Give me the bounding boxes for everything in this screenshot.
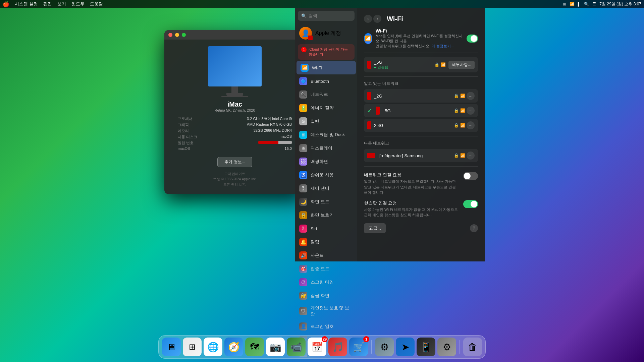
search-bar[interactable]: 🔍 검색 <box>298 11 355 21</box>
sidebar-item-sound[interactable]: 🔊 사운드 <box>295 249 357 262</box>
dock-item-calendar[interactable]: 📅 29 <box>308 338 326 356</box>
icloud-alert-text: iCloud 저장 공간이 가득 찼습니다. <box>309 47 351 57</box>
sidebar-item-focus[interactable]: 🎯 집중 모드 <box>295 262 357 276</box>
wifi-signal-icon: 📶 <box>441 62 446 67</box>
current-network-item[interactable]: _5G ● 연결됨 🔒 📶 세부사항... <box>364 57 478 72</box>
known-network-2-color <box>376 107 380 115</box>
settings-section: 네트워크 연결 요청 알고 있는 네트워크에 자동으로 연결합니다. 사용 가능… <box>364 172 478 218</box>
sidebar-item-login[interactable]: 👤 로그인 암호 <box>295 320 357 333</box>
detail-button[interactable]: 세부사항... <box>448 61 475 69</box>
sidebar-item-wallpaper[interactable]: 🖼 배경화면 <box>295 155 357 168</box>
syspref-icon: ⚙ <box>380 342 389 353</box>
apple-logo[interactable]: 🍎 <box>3 1 9 7</box>
photos-icon: 📷 <box>270 342 281 353</box>
sidebar-item-screenprot[interactable]: 🔒 화면 보호기 <box>295 208 357 222</box>
wifi-toggle[interactable] <box>467 35 478 43</box>
sidebar-item-bluetooth[interactable]: 🔷 Bluetooth <box>295 74 357 88</box>
wifi-link[interactable]: 이 설정보기... <box>431 44 454 48</box>
hotspot-label: 핫스팟 연결 요청 <box>364 200 459 206</box>
known-network-1[interactable]: _2G 🔒 📶 ··· <box>364 89 478 103</box>
sound-icon: 🔊 <box>299 251 307 259</box>
sidebar-item-general[interactable]: ⚙ 일반 <box>295 115 357 128</box>
sidebar-label-privacy: 개인정보 보호 및 보안 <box>311 305 353 317</box>
sidebar: 🔍 검색 👤 Apple 계정 1 iCloud 저장 공간이 가득 찼습니다.… <box>295 8 357 261</box>
green-dot-icon: ● <box>374 65 376 69</box>
hotspot-toggle[interactable] <box>463 200 478 208</box>
sidebar-item-wifi[interactable]: 📶 Wi-Fi <box>297 61 356 74</box>
imac-model-title: iMac <box>171 101 299 108</box>
dock-item-photos[interactable]: 📷 <box>266 338 285 356</box>
more-btn-3[interactable]: ··· <box>467 121 475 129</box>
update-link[interactable]: 고객 업데이트 <box>171 171 299 177</box>
facetime-icon: 📹 <box>290 342 302 353</box>
screentime-icon: ⏱ <box>299 278 307 286</box>
dock-item-chrome[interactable]: 🌐 <box>204 338 222 356</box>
nav-forward-button[interactable]: › <box>373 15 381 23</box>
sidebar-profile[interactable]: 👤 Apple 계정 <box>295 23 357 43</box>
sidebar-item-control[interactable]: 🎛 제어 센터 <box>295 182 357 195</box>
checkmark-icon: ✓ <box>367 108 372 114</box>
wallpaper-icon: 🖼 <box>299 158 307 166</box>
more-btn-1[interactable]: ··· <box>467 92 475 100</box>
icloud-alert[interactable]: 1 iCloud 저장 공간이 가득 찼습니다. <box>298 44 355 60</box>
dock-item-syspref2[interactable]: ⚙ <box>437 338 456 356</box>
dock-item-launchpad[interactable]: ⊞ <box>183 338 202 356</box>
sidebar-item-display[interactable]: 🖱 디스플레이 <box>295 141 357 155</box>
dock-item-arrow[interactable]: ➤ <box>396 338 415 356</box>
menubar-right: ⊞ 📶 ▌ 🔍 ☰ 7월 29일 (월) 오후 3:07 <box>563 1 641 7</box>
memory-value: 32GB 2666 MHz DDR4 <box>254 128 292 133</box>
dock-item-facetime[interactable]: 📹 <box>287 338 306 356</box>
menu-view[interactable]: 보기 <box>57 1 66 7</box>
dock-item-music[interactable]: 🎵 <box>328 338 347 356</box>
divider-3 <box>364 136 478 136</box>
wifi-menubar-icon[interactable]: 📶 <box>570 2 575 6</box>
close-button[interactable] <box>168 33 172 37</box>
desktop-icon: 🖥 <box>299 131 307 139</box>
menu-edit[interactable]: 편집 <box>43 1 52 7</box>
menu-help[interactable]: 도움말 <box>90 1 103 7</box>
advanced-button[interactable]: 고급... <box>364 223 386 233</box>
music-icon: 🎵 <box>332 342 344 353</box>
dock-item-appstore[interactable]: 🛒 1 <box>349 338 368 356</box>
sidebar-item-screenmode[interactable]: 🌙 화면 모드 <box>295 195 357 208</box>
dock-item-phone[interactable]: 📱 <box>417 338 435 356</box>
dock-item-maps[interactable]: 🗺 <box>245 338 264 356</box>
sidebar-item-energy[interactable]: 🔋 에너지 절약 <box>295 101 357 115</box>
sidebar-item-network[interactable]: 🔌 네트워크 <box>295 88 357 101</box>
menu-window[interactable]: 윈도우 <box>71 1 85 7</box>
more-btn-2[interactable]: ··· <box>467 107 475 115</box>
sidebar-item-alert[interactable]: 🔔 알림 <box>295 235 357 249</box>
menu-system[interactable]: 시스템 설정 <box>15 1 38 7</box>
sidebar-item-ease[interactable]: ♿ 손쉬운 사용 <box>295 168 357 182</box>
other-network-samsung[interactable]: [refrigerator] Samsung 🔒 📶 ··· <box>364 149 478 162</box>
minimize-button[interactable] <box>175 33 179 37</box>
sidebar-item-screentime[interactable]: ⏱ 스크린 타임 <box>295 276 357 289</box>
control-center-icon[interactable]: ⊞ <box>563 2 566 6</box>
dock-item-trash[interactable]: 🗑 <box>463 338 482 356</box>
maximize-button[interactable] <box>182 33 186 37</box>
wifi-left: 📶 Wi-Fi Mac을 인터넷에 무선 연결하려면 Wi-Fi를 설정하십시오… <box>364 28 467 49</box>
dock-item-finder[interactable]: 🖥 <box>162 338 181 356</box>
imac-model-subtitle: Retina 5K, 27-inch, 2020 <box>171 108 299 112</box>
wifi-nav: ‹ › <box>364 15 381 23</box>
help-button[interactable]: ? <box>470 224 478 232</box>
dock-item-safari[interactable]: 🧭 <box>224 338 243 356</box>
auto-connect-toggle[interactable] <box>463 172 478 180</box>
sidebar-item-lock[interactable]: 🔐 잠금 화면 <box>295 289 357 302</box>
nav-back-button[interactable]: ‹ <box>364 15 372 23</box>
dock-item-syspref[interactable]: ⚙ <box>375 338 394 356</box>
divider-2 <box>364 76 478 77</box>
notification-icon[interactable]: ☰ <box>592 2 596 6</box>
known-network-3[interactable]: 2.4G 🔒 📶 ··· <box>364 119 478 132</box>
more-info-button[interactable]: 추가 정보... <box>217 157 252 167</box>
sidebar-item-gamecenter[interactable]: 🎮 Game Center <box>295 360 357 362</box>
sidebar-item-siri[interactable]: 🎙 Siri <box>295 222 357 235</box>
samsung-more-btn[interactable]: ··· <box>467 152 475 160</box>
sidebar-label-wallpaper: 배경화면 <box>311 159 328 165</box>
sidebar-item-privacy[interactable]: 🛡 개인정보 보호 및 보안 <box>295 302 357 320</box>
connected-label: 연결됨 <box>377 65 388 70</box>
known-network-2[interactable]: ✓ _5G 🔒 📶 ··· <box>364 104 478 117</box>
macos-value: 15.0 <box>285 146 292 150</box>
search-menubar-icon[interactable]: 🔍 <box>584 2 589 6</box>
sidebar-item-desktop[interactable]: 🖥 데스크탑 및 Dock <box>295 128 357 141</box>
